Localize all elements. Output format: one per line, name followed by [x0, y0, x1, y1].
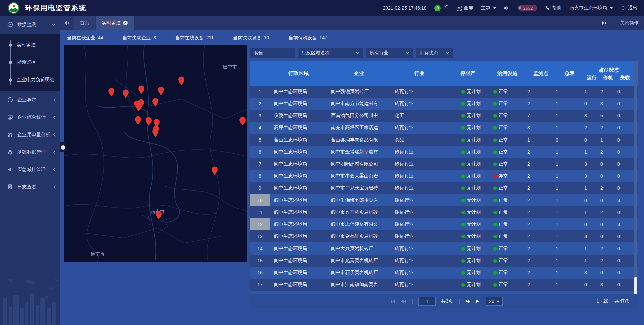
- fullscreen-label: 全屏: [464, 5, 473, 11]
- status-dot-icon: [493, 283, 497, 287]
- table-row[interactable]: 16阆中生态环境局阆中市石子页岩机砖厂砖瓦行业无计划正常21300: [250, 267, 638, 279]
- sidebar-item-4[interactable]: 基础数据管理: [0, 144, 60, 161]
- cell-monitor-count: 2: [527, 246, 555, 251]
- table-row[interactable]: 4高坪生态环境局南充市高坪区王家店建砖瓦行业无计划正常31220: [250, 122, 638, 134]
- cell-stop-count: 0: [600, 173, 616, 179]
- cell-facility-status: 异常: [488, 173, 527, 179]
- cell-stop-count: 1: [600, 137, 616, 143]
- cell-meter-count: 1: [555, 222, 584, 227]
- table-row[interactable]: 7阆中生态环境局阆中明阳建材有限公司砖瓦行业无计划正常21300: [250, 158, 638, 170]
- tabs-scroll-right-icon[interactable]: [598, 21, 611, 25]
- prev-page-icon[interactable]: [401, 299, 406, 303]
- page-number-input[interactable]: [418, 297, 436, 306]
- region-filter-select[interactable]: 行政区域名称: [298, 48, 363, 58]
- sidebar-subitem-0-2[interactable]: 企业电力负荷明细: [0, 71, 60, 89]
- map-pin[interactable]: [158, 87, 164, 97]
- table-row[interactable]: 14阆中生态环境局阆中大兴页岩机砖厂砖瓦行业无计划正常21120: [250, 242, 638, 255]
- industry-filter-select[interactable]: 所有行业: [366, 48, 413, 58]
- sidebar-item-1[interactable]: 企业异常: [0, 91, 60, 109]
- sidebar-collapse-handle[interactable]: ‹: [60, 142, 66, 152]
- fullscreen-button[interactable]: 全屏: [457, 5, 473, 11]
- table-row[interactable]: 5营山生态环境局营山县润丰肉食品有限食品无计划正常10010: [250, 134, 638, 146]
- cell-limit-status: 无计划: [448, 197, 488, 203]
- next-page-icon[interactable]: [465, 299, 471, 303]
- map-pin[interactable]: [135, 103, 142, 113]
- cell-run-count: 0: [584, 282, 600, 287]
- table-row[interactable]: 1阆中生态环境局阆中强锐页岩砖厂砖瓦行业无计划正常21120: [250, 86, 638, 98]
- table-row[interactable]: 11阆中生态环境局阆中市五马桥页岩机砖砖瓦行业无计划正常21120: [250, 206, 638, 218]
- notifications[interactable]: 2632: [517, 5, 537, 11]
- cell-company: 营山县润丰肉食品有限: [327, 137, 391, 143]
- table-row[interactable]: 6阆中生态环境局阆中市金博瑞新型墙材砖瓦行业无计划正常21120: [250, 146, 638, 158]
- cell-run-count: 0: [584, 222, 600, 227]
- sidebar-item-6[interactable]: 日志查看: [0, 178, 60, 196]
- sidebar-item-0[interactable]: 数据监测: [0, 16, 60, 34]
- close-operations-button[interactable]: 关闭操作: [620, 20, 639, 26]
- status-dot-icon: [461, 223, 465, 226]
- logout-button[interactable]: 退出: [621, 5, 637, 11]
- phone-icon: [545, 6, 550, 10]
- map-pin[interactable]: [135, 116, 141, 126]
- table-row[interactable]: 13阆中生态环境局阆中市金福旺页岩机砖砖瓦行业无计划正常21300: [250, 230, 638, 242]
- table-row[interactable]: 18南部生态环境局南部县雅化水泥有限公建材加工无计划正常62060: [250, 291, 638, 294]
- cell-monitor-count: 1: [527, 137, 555, 143]
- sidebar-item-label: 基础数据管理: [17, 149, 46, 155]
- cell-index: 8: [250, 170, 270, 182]
- col-offline-header: 失联: [616, 74, 633, 86]
- map-pin[interactable]: [152, 98, 159, 108]
- map-pin[interactable]: [211, 166, 218, 177]
- cell-company: 阆中市石子页岩机砖厂: [327, 270, 391, 276]
- last-page-icon[interactable]: [476, 299, 481, 303]
- cell-run-count: 1: [584, 149, 600, 155]
- map-pin[interactable]: [152, 128, 159, 139]
- map-pin[interactable]: [155, 211, 162, 221]
- sidebar-item-5[interactable]: 应急减排管理: [0, 161, 60, 178]
- tab-close-icon[interactable]: ✕: [123, 21, 128, 25]
- sidebar-item-2[interactable]: 企业综合统计: [0, 109, 60, 126]
- page-size-select[interactable]: 20: [486, 297, 503, 306]
- sidebar-item-3[interactable]: 企业用电量分析: [0, 126, 60, 144]
- table-row[interactable]: 15阆中生态环境局阆中市光富页岩机砖厂砖瓦行业无计划正常21120: [250, 255, 638, 267]
- cell-offline-count: 0: [616, 270, 633, 275]
- table-row[interactable]: 2阆中生态环境局阆中市南方节能建材有砖瓦行业无计划正常21030: [250, 98, 638, 110]
- map-pin[interactable]: [108, 88, 115, 98]
- cell-limit-status: 无计划: [448, 101, 488, 107]
- table-row[interactable]: 12阆中生态环境局阆中市忠信建材有限公砖瓦行业无计划正常21003: [250, 218, 638, 230]
- name-filter-input[interactable]: [254, 50, 291, 56]
- tab-realtime-monitor[interactable]: 实时监控 ✕: [96, 16, 134, 30]
- table-row[interactable]: 10阆中生态环境局阆中千佛镇五郎垭页岩砖瓦行业无计划正常21003: [250, 194, 638, 206]
- exit-icon: [621, 6, 626, 10]
- col-point-status-group-header: 点位状态: [584, 61, 633, 74]
- cell-offline-count: 0: [616, 137, 633, 143]
- help-button[interactable]: 帮助: [545, 5, 561, 11]
- cell-run-count: 3: [584, 113, 600, 118]
- map-pin[interactable]: [145, 117, 152, 127]
- cell-industry: 砖瓦行业: [391, 209, 448, 215]
- tabs-scroll-left-icon[interactable]: [60, 16, 74, 30]
- theme-menu[interactable]: 主题: [481, 5, 496, 11]
- sound-button[interactable]: [504, 6, 509, 10]
- status-filter-select[interactable]: 所有状态: [416, 48, 453, 58]
- map-pin[interactable]: [178, 76, 185, 87]
- map-pin[interactable]: [239, 117, 246, 127]
- tab-bar: 首页 实时监控 ✕ 关闭操作: [60, 16, 644, 30]
- sidebar-item-label: 企业异常: [17, 97, 36, 103]
- map-panel[interactable]: 巴中市南充市遂宁市: [64, 45, 247, 262]
- cell-region: 阆中生态环境局: [270, 258, 327, 264]
- tab-home[interactable]: 首页: [74, 16, 95, 30]
- city-label: 巴中市: [223, 64, 237, 70]
- sidebar-subitem-0-1[interactable]: 视频监控: [0, 54, 60, 71]
- table-row[interactable]: 17阆中生态环境局阆中市江南镇阆南页岩砖瓦行业无计划正常21030: [250, 279, 638, 291]
- map-pin[interactable]: [122, 89, 129, 100]
- cell-run-count: 3: [584, 161, 600, 167]
- table-row[interactable]: 3仪陇生态环境局西南油气田分公司川中化工无计划正常71350: [250, 110, 638, 122]
- map-roads: [64, 45, 247, 262]
- map-pin[interactable]: [138, 85, 145, 96]
- first-page-icon[interactable]: [391, 299, 395, 303]
- sidebar-subitem-0-0[interactable]: 实时监控: [0, 36, 60, 54]
- table-scrollbar[interactable]: [634, 61, 637, 308]
- table-row[interactable]: 8阆中生态环境局阆中市枣碧大梁山页岩砖瓦行业无计划异常21300: [250, 170, 638, 182]
- table-row[interactable]: 9阆中生态环境局阆中市二龙长宝页岩砖砖瓦行业无计划正常21120: [250, 182, 638, 194]
- cell-region: 仪陇生态环境局: [270, 113, 327, 119]
- org-menu[interactable]: 南充市生态环境局: [570, 5, 613, 11]
